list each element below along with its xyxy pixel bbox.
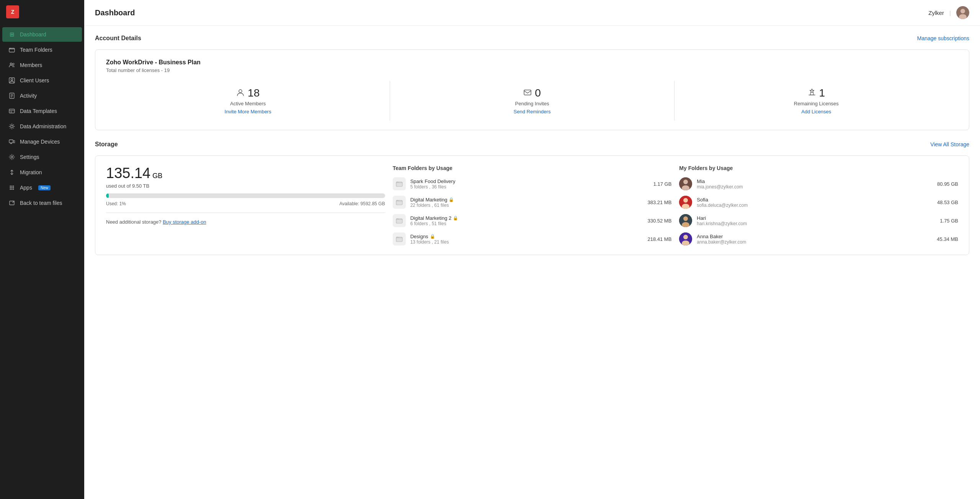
user-name: Anna Baker: [697, 234, 932, 239]
folder-name: Spark Food Delivery: [410, 178, 649, 184]
avatar: [956, 6, 969, 19]
storage-additional-text: Need additional storage? Buy storage add…: [106, 219, 385, 225]
stat-active-members-row: 18: [236, 87, 260, 99]
svg-point-4: [11, 79, 13, 81]
send-reminders-link[interactable]: Send Reminders: [514, 109, 551, 115]
folder-info: Spark Food Delivery 5 folders , 36 files: [410, 178, 649, 190]
avatar: [679, 177, 692, 190]
header-user: Zylker |: [928, 6, 969, 19]
sidebar-item-manage-devices[interactable]: Manage Devices: [2, 134, 82, 149]
svg-point-30: [239, 90, 242, 93]
sidebar-item-data-administration[interactable]: Data Administration: [2, 119, 82, 134]
sidebar-item-apps[interactable]: Apps New: [2, 180, 82, 195]
sidebar-item-label: Manage Devices: [20, 139, 60, 145]
svg-point-43: [683, 216, 688, 221]
storage-used-label: Used: 1%: [106, 201, 126, 206]
lock-icon: 🔒: [449, 197, 454, 202]
data-administration-icon: [8, 123, 15, 130]
storage-bar-labels: Used: 1% Available: 9592.85 GB: [106, 201, 385, 206]
user-size: 48.53 GB: [937, 200, 958, 205]
account-card: Zoho WorkDrive - Business Plan Total num…: [95, 49, 969, 130]
sidebar-item-data-templates[interactable]: Data Templates: [2, 104, 82, 118]
folder-name: Designs 🔒: [410, 234, 643, 239]
header-username: Zylker: [928, 10, 944, 16]
sidebar-item-label: Activity: [20, 93, 37, 99]
sidebar-item-settings[interactable]: Settings: [2, 150, 82, 164]
avatar: [679, 214, 692, 227]
account-plan-row: Zoho WorkDrive - Business Plan Total num…: [106, 59, 958, 73]
lock-icon: 🔒: [430, 234, 435, 239]
folder-meta: 13 folders , 21 files: [410, 239, 643, 245]
account-details-title: Account Details: [95, 35, 141, 42]
apps-icon: [8, 184, 15, 191]
stat-pending-invites-row: 0: [523, 87, 541, 99]
folder-icon: [393, 196, 406, 209]
svg-point-26: [13, 189, 14, 190]
folder-size: 1.17 GB: [653, 181, 672, 187]
storage-divider: [106, 213, 385, 213]
folder-info: Designs 🔒 13 folders , 21 files: [410, 234, 643, 245]
folder-icon: [393, 232, 406, 245]
team-folders-icon: [8, 46, 15, 53]
svg-rect-14: [13, 141, 15, 143]
svg-point-24: [10, 189, 11, 190]
content-area: Account Details Manage subscriptions Zoh…: [84, 26, 980, 499]
svg-point-25: [11, 189, 13, 190]
view-all-storage-link[interactable]: View All Storage: [930, 141, 969, 147]
storage-grid: 135.14 GB used out of 9.50 TB Used: 1% A…: [106, 165, 958, 245]
sidebar-item-label: Members: [20, 62, 42, 68]
storage-size-display: 135.14 GB: [106, 165, 385, 182]
app-logo-icon: Z: [6, 5, 19, 18]
svg-point-21: [10, 187, 11, 188]
invite-more-members-link[interactable]: Invite More Members: [225, 109, 271, 115]
stat-remaining-licenses: 1 Remaining Licenses Add Licenses: [674, 81, 958, 121]
active-members-icon: [236, 88, 245, 98]
storage-used-gb: 135.14: [106, 165, 150, 181]
dashboard-icon: ⊞: [8, 31, 15, 38]
buy-storage-link[interactable]: Buy storage add-on: [163, 219, 206, 225]
folder-size: 330.52 MB: [647, 218, 671, 224]
sidebar-item-label: Settings: [20, 154, 39, 160]
team-folders-usage: Team Folders by Usage Spark Food Deliver…: [393, 165, 672, 245]
avatar: [679, 232, 692, 245]
lock-icon: 🔒: [453, 216, 458, 221]
storage-title: Storage: [95, 141, 118, 148]
user-size: 80.95 GB: [937, 181, 958, 187]
add-licenses-link[interactable]: Add Licenses: [801, 109, 831, 115]
user-email: hari.krishna@zylker.com: [697, 221, 935, 226]
account-details-header: Account Details Manage subscriptions: [95, 35, 969, 42]
folder-meta: 22 folders , 61 files: [410, 203, 643, 208]
storage-bar-fill: [106, 193, 109, 198]
sidebar-item-team-folders[interactable]: Team Folders: [2, 43, 82, 57]
svg-point-18: [10, 186, 11, 187]
my-folders-usage-title: My Folders by Usage: [679, 165, 958, 171]
storage-card: 135.14 GB used out of 9.50 TB Used: 1% A…: [95, 155, 969, 255]
user-name: Hari: [697, 215, 935, 221]
remaining-licenses-label: Remaining Licenses: [794, 101, 839, 106]
sidebar-item-activity[interactable]: Activity: [2, 88, 82, 103]
svg-point-28: [960, 9, 965, 13]
sidebar-item-members[interactable]: Members: [2, 58, 82, 72]
svg-rect-31: [524, 90, 531, 95]
manage-subscriptions-link[interactable]: Manage subscriptions: [917, 35, 969, 41]
sidebar-logo: Z: [0, 0, 84, 24]
client-users-icon: [8, 77, 15, 84]
folder-name: Digital Marketing 2 🔒: [410, 215, 643, 221]
pending-invites-number: 0: [535, 87, 541, 99]
list-item: Anna Baker anna.baker@zylker.com 45.34 M…: [679, 232, 958, 245]
stat-remaining-licenses-row: 1: [808, 87, 825, 99]
sidebar-item-dashboard[interactable]: ⊞ Dashboard: [2, 27, 82, 42]
svg-point-1: [10, 63, 12, 65]
user-info: Anna Baker anna.baker@zylker.com: [697, 234, 932, 245]
avatar: [679, 196, 692, 209]
sidebar-item-back-to-team[interactable]: Back to team files: [2, 196, 82, 210]
svg-point-2: [13, 63, 14, 65]
user-info: Sofia sofia.deluca@zylker.com: [697, 197, 933, 208]
sidebar-item-label: Data Templates: [20, 108, 57, 114]
sidebar-item-migration[interactable]: Migration: [2, 165, 82, 180]
header: Dashboard Zylker |: [84, 0, 980, 26]
user-size: 1.75 GB: [940, 218, 958, 224]
sidebar-item-client-users[interactable]: Client Users: [2, 73, 82, 88]
folder-size: 218.41 MB: [647, 236, 671, 242]
account-stats: 18 Active Members Invite More Members: [106, 81, 958, 121]
